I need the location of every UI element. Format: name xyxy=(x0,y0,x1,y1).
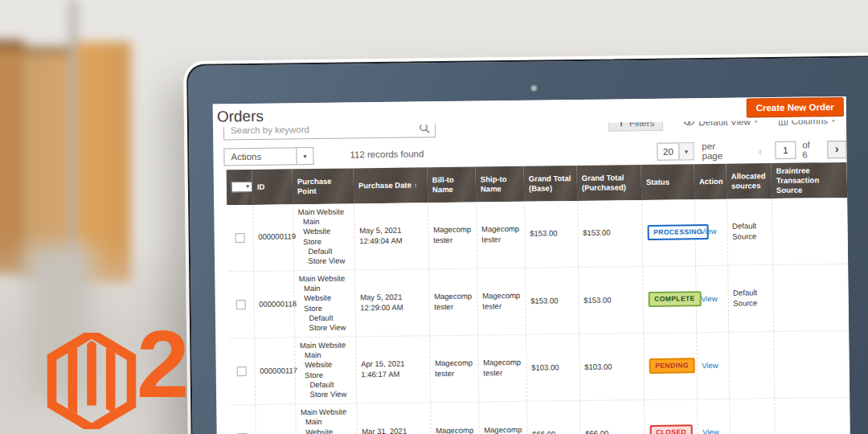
caret-down-icon: ▾ xyxy=(246,183,249,190)
ship-to-name: Magecomp tester xyxy=(476,201,525,268)
grand-total-base: $103.00 xyxy=(526,334,579,401)
status-badge: COMPLETE xyxy=(648,291,702,307)
grand-total-purchased: $153.00 xyxy=(578,266,643,334)
column-header-grand-total-base[interactable]: Grand Total (Base) xyxy=(524,166,578,201)
row-checkbox[interactable] xyxy=(236,366,246,376)
table-row: 000000117 Main Website Main Website Stor… xyxy=(228,330,850,404)
status-badge: CLOSED xyxy=(649,425,693,434)
select-all-header[interactable]: ▾ xyxy=(227,170,253,205)
column-header-purchase-point[interactable]: Purchase Point xyxy=(293,168,354,204)
column-header-status[interactable]: Status xyxy=(641,164,695,199)
order-id: 000000118 xyxy=(253,271,294,338)
prev-page-button[interactable]: ‹ xyxy=(759,145,763,157)
purchase-point: Main Website Main Website Store Default … xyxy=(294,337,356,404)
column-header-purchase-date[interactable]: Purchase Date↑ xyxy=(354,167,428,203)
allocated-sources: Default Source xyxy=(727,199,772,265)
table-row: 000000119 Main Website Main Website Stor… xyxy=(227,198,848,272)
allocated-sources: Default Source xyxy=(727,264,773,332)
row-checkbox[interactable] xyxy=(235,300,245,309)
view-link[interactable]: View xyxy=(702,428,719,434)
logo-number-2: 2 xyxy=(137,317,187,411)
status-badge: PENDING xyxy=(649,358,695,375)
pagination: 20 ▾ per page ‹ 1 of 6 › xyxy=(657,140,846,162)
laptop-screen: Orders Create New Order Search by keywor… xyxy=(213,96,852,434)
per-page-label: per page xyxy=(702,141,738,162)
order-id: 000000119 xyxy=(252,204,293,271)
select-all-dropdown[interactable]: ▾ xyxy=(231,182,252,192)
braintree-source xyxy=(772,198,848,265)
laptop-bezel: Orders Create New Order Search by keywor… xyxy=(186,55,868,434)
order-id: 000000117 xyxy=(254,338,295,405)
caret-down-icon: ▾ xyxy=(678,143,693,159)
caret-down-icon: ▾ xyxy=(296,148,313,164)
scene: 2 Orders Create New Order Search by keyw… xyxy=(0,0,868,434)
purchase-date: Apr 15, 2021 1:46:17 AM xyxy=(355,336,430,403)
admin-orders-page: Orders Create New Order Search by keywor… xyxy=(213,96,852,434)
allocated-sources xyxy=(729,398,775,434)
braintree-source xyxy=(772,264,849,331)
ship-to-name: Magecomp tester xyxy=(477,268,526,335)
order-id: 000000111 xyxy=(255,404,296,434)
column-header-braintree[interactable]: Braintree Transaction Source xyxy=(772,162,848,199)
purchase-date: May 5, 2021 12:29:00 AM xyxy=(354,268,429,336)
grand-total-base: $66.00 xyxy=(526,400,580,434)
grand-total-purchased: $66.00 xyxy=(579,399,645,434)
bill-to-name: Magecomp tester xyxy=(429,335,478,403)
orders-table: ▾ ID Purchase Point Purchase Date↑ Bill-… xyxy=(227,162,851,434)
bill-to-name: Magecomp tester xyxy=(428,202,477,268)
grand-total-base: $153.00 xyxy=(524,201,578,268)
braintree-source xyxy=(774,397,850,434)
view-link[interactable]: View xyxy=(701,293,718,302)
magento-mark-icon xyxy=(47,333,137,429)
ship-to-name: Magecomp tester xyxy=(477,334,526,402)
row-checkbox[interactable] xyxy=(235,233,244,243)
bill-to-name: Magecomp tester xyxy=(430,402,479,434)
grand-total-purchased: $153.00 xyxy=(577,200,642,268)
current-page-input[interactable]: 1 xyxy=(776,141,796,159)
actions-dropdown[interactable]: Actions ▾ xyxy=(223,147,313,166)
column-header-id[interactable]: ID xyxy=(252,169,293,204)
table-row: 000000118 Main Website Main Website Stor… xyxy=(227,264,849,338)
per-page-dropdown[interactable]: 20 ▾ xyxy=(657,142,694,161)
bill-to-name: Magecomp tester xyxy=(428,268,477,336)
per-page-value: 20 xyxy=(657,143,678,159)
view-link[interactable]: View xyxy=(702,361,719,370)
column-header-bill-to[interactable]: Bill-to Name xyxy=(428,167,477,203)
laptop: Orders Create New Order Search by keywor… xyxy=(183,52,868,434)
column-header-grand-total-purchased[interactable]: Grand Total (Purchased) xyxy=(577,165,642,201)
webcam-icon xyxy=(530,85,537,92)
actions-label: Actions xyxy=(224,148,296,165)
column-header-ship-to[interactable]: Ship-to Name xyxy=(476,166,525,202)
braintree-source xyxy=(773,330,850,398)
next-page-button[interactable]: › xyxy=(827,141,847,158)
purchase-point: Main Website Main Website Store Default … xyxy=(295,403,357,434)
column-header-action[interactable]: Action xyxy=(694,164,727,199)
view-link[interactable]: View xyxy=(700,227,717,235)
records-found: 112 records found xyxy=(350,149,424,159)
sort-asc-icon: ↑ xyxy=(414,182,417,189)
purchase-date: May 5, 2021 12:49:04 AM xyxy=(354,203,428,270)
column-header-allocated-sources[interactable]: Allocated sources xyxy=(727,163,772,199)
total-pages-label: of 6 xyxy=(802,140,817,159)
grand-total-base: $153.00 xyxy=(525,267,579,334)
create-new-order-button[interactable]: Create New Order xyxy=(746,97,843,117)
purchase-point: Main Website Main Website Store Default … xyxy=(293,203,354,270)
purchase-point: Main Website Main Website Store Default … xyxy=(293,270,355,338)
grand-total-purchased: $103.00 xyxy=(579,333,644,400)
purchase-date: Mar 31, 2021 2:59:58 AM xyxy=(356,403,431,434)
page-title: Orders xyxy=(217,108,264,126)
allocated-sources xyxy=(728,331,774,399)
ship-to-name: Magecomp tester xyxy=(478,401,527,434)
